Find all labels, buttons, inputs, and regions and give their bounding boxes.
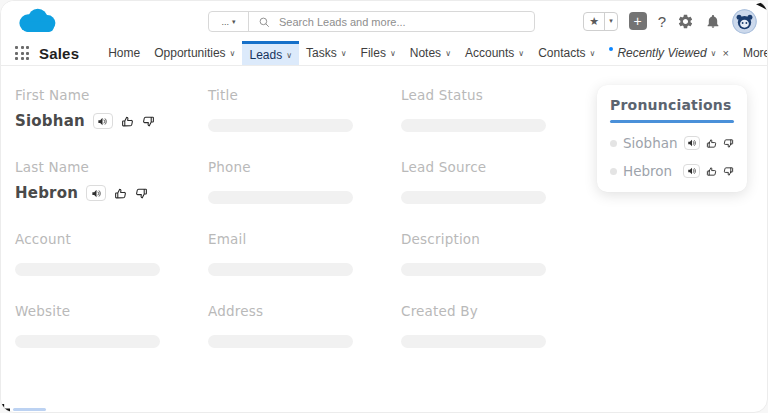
field-value-placeholder[interactable] <box>208 335 353 348</box>
app-window: ... ▾ ★ ▾ + ? <box>0 0 768 413</box>
notifications-button[interactable] <box>705 13 721 30</box>
thumbs-down-button[interactable] <box>135 187 148 200</box>
field-label: Title <box>208 87 401 103</box>
app-name: Sales <box>39 45 79 62</box>
search-scope-dropdown[interactable]: ... ▾ <box>209 12 249 31</box>
field-value-placeholder[interactable] <box>401 119 546 132</box>
field-lead-status: Lead Status <box>401 87 601 159</box>
field-label: Created By <box>401 303 601 319</box>
nav-tab-contacts[interactable]: Contacts ∨ <box>531 41 602 65</box>
thumbs-down-button[interactable] <box>723 166 734 177</box>
chevron-down-icon: ∨ <box>341 48 347 58</box>
field-label: Lead Status <box>401 87 601 103</box>
gear-icon <box>677 13 694 30</box>
bullet-dot-icon <box>610 168 617 175</box>
chevron-down-icon: ∨ <box>590 48 596 58</box>
thumbs-down-icon <box>142 115 155 128</box>
chevron-down-icon: ∨ <box>711 48 717 58</box>
field-description: Description <box>401 231 601 303</box>
setup-gear-button[interactable] <box>677 13 694 30</box>
thumbs-up-icon <box>706 166 717 177</box>
field-label: Phone <box>208 159 401 175</box>
field-value-placeholder[interactable] <box>208 263 353 276</box>
app-launcher-icon[interactable] <box>15 46 29 60</box>
field-last-name: Last Name Hebron <box>15 159 208 231</box>
nav-tab-accounts[interactable]: Accounts ∨ <box>458 41 531 65</box>
field-label: Last Name <box>15 159 208 175</box>
field-label: Email <box>208 231 401 247</box>
nav-tab-home[interactable]: Home <box>101 41 147 65</box>
salesforce-logo-icon <box>13 6 61 37</box>
chevron-down-icon: ∨ <box>445 48 451 58</box>
speaker-icon <box>91 188 102 199</box>
bullet-dot-icon <box>610 140 617 147</box>
chevron-down-icon: ∨ <box>518 48 524 58</box>
thumbs-up-icon <box>121 115 134 128</box>
thumbs-up-button[interactable] <box>114 187 127 200</box>
bell-icon <box>705 13 721 30</box>
field-value: Hebron <box>15 184 78 202</box>
field-value: Siobhan <box>15 112 85 130</box>
field-account: Account <box>15 231 208 303</box>
nav-tab-more[interactable]: More ▾ <box>736 41 768 65</box>
play-pronunciation-button[interactable] <box>683 164 700 178</box>
nav-tab-opportunities[interactable]: Opportunities ∨ <box>147 41 242 65</box>
chevron-down-icon: ∨ <box>286 50 292 60</box>
field-value-placeholder[interactable] <box>401 263 546 276</box>
panel-title-underline <box>610 120 734 123</box>
field-label: Description <box>401 231 601 247</box>
lead-record-form: First Name Siobhan Title Lead Status <box>15 87 601 375</box>
thumbs-down-icon <box>723 138 734 149</box>
thumbs-up-icon <box>114 187 127 200</box>
play-pronunciation-button[interactable] <box>93 113 113 129</box>
field-value-placeholder[interactable] <box>401 335 546 348</box>
play-pronunciation-button[interactable] <box>86 185 106 201</box>
user-avatar[interactable] <box>732 9 757 34</box>
unsaved-indicator <box>609 47 613 51</box>
nav-tab-recently-viewed[interactable]: Recently Viewed ∨ × <box>602 41 735 65</box>
entry-name: Hebron <box>623 163 677 179</box>
thumbs-down-icon <box>723 166 734 177</box>
nav-tab-leads[interactable]: Leads ∨ <box>242 41 299 65</box>
caret-down-icon: ▾ <box>232 18 236 26</box>
search-scope-label: ... <box>221 17 229 27</box>
global-search: ... ▾ <box>208 11 535 32</box>
pronunciation-entry: Siobhan <box>610 135 734 151</box>
thumbs-down-icon <box>135 187 148 200</box>
thumbs-up-button[interactable] <box>706 166 717 177</box>
field-label: Account <box>15 231 208 247</box>
help-button[interactable]: ? <box>658 13 666 30</box>
field-value-placeholder[interactable] <box>401 191 546 204</box>
thumbs-up-button[interactable] <box>706 138 717 149</box>
thumbs-down-button[interactable] <box>723 138 734 149</box>
app-navigation: Sales Home Opportunities ∨ Leads ∨ Tasks… <box>1 41 767 66</box>
thumbs-up-button[interactable] <box>121 115 134 128</box>
favorites-button[interactable]: ★ ▾ <box>583 12 617 31</box>
thumbs-up-icon <box>706 138 717 149</box>
field-value-placeholder[interactable] <box>15 263 160 276</box>
speaker-icon <box>687 166 697 176</box>
field-value-placeholder[interactable] <box>208 191 353 204</box>
star-icon: ★ <box>584 13 604 30</box>
thumbs-down-button[interactable] <box>142 115 155 128</box>
nav-tab-notes[interactable]: Notes ∨ <box>403 41 458 65</box>
field-phone: Phone <box>208 159 401 231</box>
field-value-placeholder[interactable] <box>208 119 353 132</box>
global-actions-button[interactable]: + <box>629 12 647 30</box>
chevron-down-icon: ∨ <box>390 48 396 58</box>
pronunciations-panel: Pronunciations Siobhan Hebron <box>597 85 747 192</box>
chevron-down-icon: ∨ <box>230 48 236 58</box>
nav-tab-files[interactable]: Files ∨ <box>354 41 403 65</box>
field-website: Website <box>15 303 208 375</box>
field-first-name: First Name Siobhan <box>15 87 208 159</box>
field-label: Website <box>15 303 208 319</box>
speaker-icon <box>97 116 108 127</box>
search-input[interactable] <box>277 15 534 29</box>
play-pronunciation-button[interactable] <box>684 136 700 150</box>
field-label: Address <box>208 303 401 319</box>
entry-name: Siobhan <box>623 135 678 151</box>
close-icon[interactable]: × <box>720 47 728 59</box>
nav-tab-tasks[interactable]: Tasks ∨ <box>299 41 354 65</box>
avatar-icon <box>732 9 757 34</box>
field-value-placeholder[interactable] <box>15 335 160 348</box>
